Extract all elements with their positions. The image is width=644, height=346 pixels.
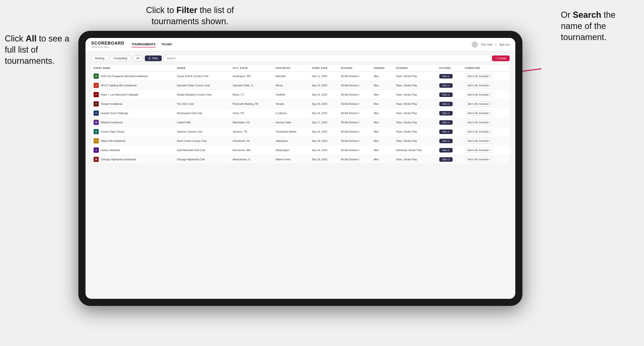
cell-event-name-3: T Temple Invitational [91,99,174,109]
tab-competing[interactable]: Competing [110,55,131,61]
sign-out-link[interactable]: Sign out [499,43,510,46]
cell-competing-0: Add to My Schedule + [462,72,510,81]
cell-date-6: Sep 18, 2023 [310,127,338,136]
add-schedule-button-4[interactable]: Add to My Schedule + [465,111,494,116]
add-schedule-button-9[interactable]: Add to My Schedule + [465,157,494,162]
cell-city-7: Chesterton, IN [230,136,273,146]
cell-scoring-5: Team, Stroke Play [394,118,437,127]
cell-scoring-4: Team, Stroke Play [394,109,437,118]
cell-division-1: NCAA Division I [338,81,372,90]
col-start-date: START DATE [310,65,338,72]
cell-actions-6: View ⊙ [437,127,462,136]
team-logo-1: I [94,83,99,88]
cell-date-5: Sep 17, 2023 [310,118,338,127]
cell-gender-8: Men [372,146,394,155]
view-button-2[interactable]: View ⊙ [439,92,452,97]
team-logo-3: T [94,101,99,107]
cell-gender-6: Men [372,127,394,136]
cell-event-name-9: W Chicago Highlands Invitational [91,155,174,164]
create-button[interactable]: + Create [492,55,510,61]
cell-hosted-3: Temple [273,99,310,109]
cell-gender-7: Men [372,136,394,146]
team-logo-2: F [94,92,99,97]
add-schedule-button-5[interactable]: Add to My Schedule + [465,120,494,125]
cell-scoring-2: Team, Stroke Play [394,90,437,99]
cell-event-name-1: I OFCC Fighting Illini Invitational [91,81,174,90]
cell-competing-9: Add to My Schedule + [462,155,510,164]
team-logo-8: W [94,148,99,153]
cell-competing-6: Add to My Schedule + [462,127,510,136]
cell-venue-5: Colbert Hills [174,118,230,127]
cell-event-name-2: F Ryan T. Lee Memorial Collegiate [91,90,174,99]
cell-gender-5: Men [372,118,394,127]
cell-competing-8: Add to My Schedule + [462,146,510,155]
cell-venue-8: Gold Mountain Golf Club [174,146,230,155]
view-button-3[interactable]: View ⊙ [439,102,452,106]
col-event-name: EVENT NAME [91,65,174,72]
col-competing: COMPETING [462,65,510,72]
cell-venue-6: Jackson Country Club [174,127,230,136]
cell-event-name-7: V Valpo Fall Invitational [91,136,174,146]
nav-link-tournaments[interactable]: TOURNAMENTS [132,41,156,47]
cell-gender-2: Men [372,90,394,99]
filter-button[interactable]: ☰ Filter [145,55,162,61]
tab-all[interactable]: All [133,55,143,61]
nav-link-teams[interactable]: TEAMS [161,41,172,47]
cell-division-7: NCAA Division I [338,136,372,146]
view-button-8[interactable]: View ⊙ [439,148,452,153]
cell-scoring-0: Team, Stroke Play [394,72,437,81]
cell-hosted-6: Tennessee-Martin [273,127,310,136]
cell-city-0: Huntington, WV [230,72,273,81]
view-button-4[interactable]: View ⊙ [439,111,452,116]
add-schedule-button-8[interactable]: Add to My Schedule + [465,148,494,153]
cell-venue-4: Ravenwood Golf Club [174,109,230,118]
col-gender: GENDER [372,65,394,72]
cell-city-9: Westchester, IL [230,155,273,164]
cell-actions-5: View ⊙ [437,118,462,127]
add-schedule-button-0[interactable]: Add to My Schedule + [465,74,494,79]
add-schedule-button-6[interactable]: Add to My Schedule + [465,129,494,134]
cell-gender-1: Men [372,81,394,90]
avatar [472,41,478,48]
table-row: W Chicago Highlands Invitational Chicago… [91,155,510,164]
table-row: I OFCC Fighting Illini Invitational Olym… [91,81,510,90]
cell-venue-0: Guyan Golf & Country Club [174,72,230,81]
cell-city-3: Plymouth Meeting, PA [230,99,273,109]
cell-date-9: Sep 18, 2023 [310,155,338,164]
view-button-9[interactable]: View ⊙ [439,157,452,162]
tab-hosting[interactable]: Hosting [91,55,108,61]
cell-division-0: NCAA Division I [338,72,372,81]
table-row: M 2023 Joe Feaganes Marshall Invitationa… [91,72,510,81]
add-schedule-button-2[interactable]: Add to My Schedule + [465,92,494,97]
view-button-1[interactable]: View ⊙ [439,83,452,88]
cell-hosted-1: Illinois [273,81,310,90]
add-schedule-button-7[interactable]: Add to My Schedule + [465,139,494,144]
cell-actions-8: View ⊙ [437,146,462,155]
cell-actions-7: View ⊙ [437,136,462,146]
cell-scoring-1: Team, Stroke Play [394,81,437,90]
cell-venue-7: Sand Creek Country Club [174,136,230,146]
cell-competing-3: Add to My Schedule + [462,99,510,109]
cell-venue-9: Chicago Highlands Club [174,155,230,164]
view-button-5[interactable]: View ⊙ [439,120,452,125]
team-logo-5: W [94,120,99,125]
logo-sub: Powered by clippd [91,46,124,48]
cell-city-2: Berlin, CT [230,90,273,99]
event-name-7: Valpo Fall Invitational [101,140,126,142]
cell-venue-2: Shuttle Meadow Country Club [174,90,230,99]
cell-event-name-6: G Grover Page Classic [91,127,174,136]
cell-date-0: Sep 11, 2023 [310,72,338,81]
cell-scoring-3: Team, Stroke Play [394,99,437,109]
view-button-6[interactable]: View ⊙ [439,130,452,134]
cell-competing-2: Add to My Schedule + [462,90,510,99]
cell-actions-3: View ⊙ [437,99,462,109]
add-schedule-button-3[interactable]: Add to My Schedule + [465,102,494,107]
cell-city-5: Manhattan, KS [230,118,273,127]
event-name-1: OFCC Fighting Illini Invitational [101,84,136,87]
cell-division-5: NCAA Division I [338,118,372,127]
search-input[interactable] [164,55,490,62]
add-schedule-button-1[interactable]: Add to My Schedule + [465,83,494,88]
view-button-7[interactable]: View ⊙ [439,139,452,143]
view-button-0[interactable]: View ⊙ [439,74,452,78]
col-actions: ACTIONS [437,65,462,72]
